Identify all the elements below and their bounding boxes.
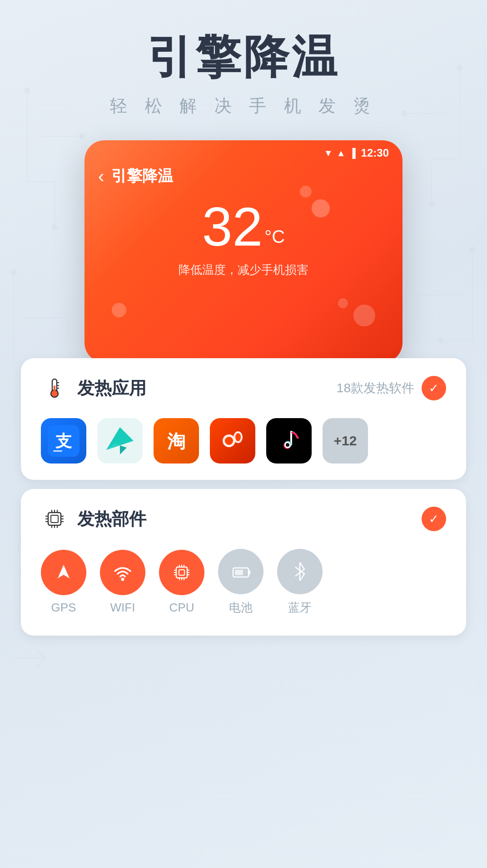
thermometer-icon	[41, 375, 68, 402]
phone-mockup: ▼ ▲ ▐ 12:30 ‹ 引擎降温 32°C 降低温度，减少手机损害	[84, 140, 403, 363]
cpu-circle	[159, 550, 204, 595]
svg-rect-33	[48, 513, 61, 525]
battery-status-icon: ▐	[349, 148, 355, 158]
temperature-display: 32°C 降低温度，减少手机损害	[84, 190, 403, 282]
status-time: 12:30	[361, 147, 389, 159]
chip-icon	[41, 505, 68, 533]
temperature-description: 降低温度，减少手机损害	[84, 262, 403, 278]
svg-point-7	[429, 202, 434, 207]
hot-components-title: 发热部件	[77, 508, 146, 531]
svg-point-32	[286, 443, 289, 447]
status-bar: ▼ ▲ ▐ 12:30	[84, 140, 403, 162]
app-icon-douyin[interactable]	[266, 418, 312, 464]
phone-page-title: 引擎降温	[111, 166, 173, 187]
gps-circle	[41, 550, 86, 595]
app-icons-row: 支 淘	[21, 418, 466, 480]
components-check-icon: ✓	[429, 512, 439, 526]
temperature-value: 32	[202, 196, 263, 257]
gps-label: GPS	[51, 601, 76, 615]
wifi-status-icon: ▼	[324, 148, 333, 158]
check-icon: ✓	[429, 381, 439, 395]
svg-rect-13	[54, 385, 55, 394]
svg-point-48	[121, 578, 124, 581]
hot-components-card: 发热部件 ✓ GPS	[21, 489, 466, 636]
component-item-cpu[interactable]: CPU	[159, 550, 204, 615]
cpu-label: CPU	[169, 601, 194, 615]
sub-title: 轻 松 解 决 手 机 发 烫	[0, 94, 487, 118]
hot-apps-title: 发热应用	[77, 377, 146, 400]
app-icon-more[interactable]: +12	[323, 418, 368, 464]
svg-rect-65	[235, 570, 243, 575]
more-count-label: +12	[334, 433, 357, 449]
svg-text:淘: 淘	[167, 431, 185, 451]
hot-apps-count: 18款发热软件	[337, 380, 414, 397]
main-title: 引擎降温	[0, 0, 487, 82]
back-arrow-icon[interactable]: ‹	[98, 167, 104, 185]
bluetooth-label: 蓝牙	[288, 600, 312, 616]
battery-circle	[218, 549, 263, 594]
svg-rect-50	[179, 570, 184, 575]
hot-components-card-header: 发热部件 ✓	[21, 489, 466, 549]
components-icons-row: GPS WIFI	[21, 549, 466, 636]
component-item-gps[interactable]: GPS	[41, 550, 86, 615]
svg-point-28	[235, 433, 241, 441]
component-item-battery[interactable]: 电池	[218, 549, 263, 616]
app-icon-feishu[interactable]	[97, 418, 143, 464]
battery-label: 电池	[229, 600, 253, 616]
components-card-right: ✓	[422, 507, 446, 531]
svg-point-2	[79, 133, 84, 139]
temperature-unit: °C	[264, 227, 285, 247]
wifi-circle	[100, 550, 145, 595]
phone-nav: ‹ 引擎降温	[84, 162, 403, 190]
components-card-left: 发热部件	[41, 505, 146, 533]
app-icon-alipay[interactable]: 支	[41, 418, 86, 464]
svg-point-1	[52, 224, 57, 230]
svg-rect-19	[53, 450, 62, 452]
svg-rect-64	[248, 570, 250, 575]
wifi-label: WIFI	[110, 601, 135, 615]
svg-point-0	[25, 88, 30, 94]
bluetooth-circle	[277, 549, 323, 594]
app-icon-taobao[interactable]: 淘	[154, 418, 199, 464]
svg-text:支: 支	[55, 432, 72, 450]
svg-point-3	[11, 270, 16, 275]
card-left-section: 发热应用	[41, 375, 146, 402]
app-icon-kuaishou[interactable]	[210, 418, 255, 464]
svg-point-26	[225, 437, 233, 445]
component-item-wifi[interactable]: WIFI	[100, 550, 145, 615]
cards-section: 发热应用 18款发热软件 ✓ 支	[21, 358, 466, 636]
component-item-bluetooth[interactable]: 蓝牙	[277, 549, 323, 616]
hot-apps-card-header: 发热应用 18款发热软件 ✓	[21, 358, 466, 418]
svg-point-10	[438, 338, 443, 343]
card-right-section: 18款发热软件 ✓	[337, 376, 446, 400]
svg-marker-47	[58, 565, 70, 578]
svg-point-9	[470, 247, 475, 252]
hot-apps-card: 发热应用 18款发热软件 ✓ 支	[21, 358, 466, 480]
phone-mockup-wrapper: ▼ ▲ ▐ 12:30 ‹ 引擎降温 32°C 降低温度，减少手机损害	[75, 140, 412, 363]
svg-rect-49	[176, 567, 187, 578]
signal-status-icon: ▲	[337, 148, 346, 158]
hot-components-check-badge[interactable]: ✓	[422, 507, 446, 531]
hot-apps-check-badge[interactable]: ✓	[422, 376, 446, 400]
svg-rect-34	[51, 515, 58, 523]
